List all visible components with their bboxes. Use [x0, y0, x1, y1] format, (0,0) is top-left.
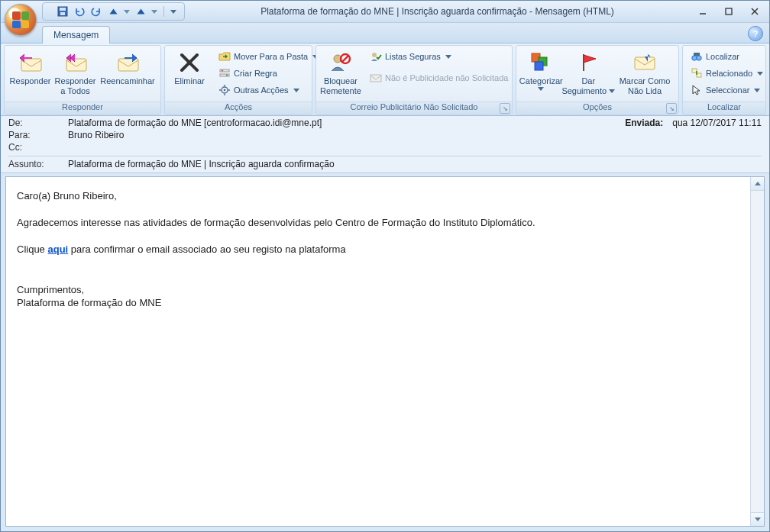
- flag-icon: [576, 50, 600, 75]
- reply-all-icon: [63, 50, 88, 75]
- chevron-down-icon: [755, 517, 761, 521]
- svg-rect-37: [692, 69, 697, 73]
- move-to-folder-button[interactable]: Mover Para a Pasta: [215, 49, 322, 64]
- rule-label: Criar Regra: [234, 69, 277, 78]
- svg-rect-31: [535, 62, 543, 70]
- group-responder: Responder Responder a Todos Reencaminhar…: [4, 45, 161, 115]
- svg-rect-28: [370, 75, 381, 82]
- undo-icon[interactable]: [73, 5, 86, 18]
- save-icon[interactable]: [57, 5, 69, 18]
- group-junk-title: Correio Publicitário Não Solicitado↘: [316, 102, 512, 114]
- safe-lists-icon: [370, 50, 382, 63]
- categorize-label: Categorizar: [519, 76, 563, 86]
- block-label-2: Remetente: [320, 86, 361, 96]
- other-actions-button[interactable]: Outras Acções: [215, 82, 322, 98]
- prev-item-icon[interactable]: [107, 5, 119, 18]
- svg-line-26: [342, 56, 348, 62]
- select-cursor-icon: [691, 84, 703, 96]
- related-button[interactable]: Relacionado: [688, 66, 764, 81]
- svg-rect-33: [635, 57, 655, 69]
- office-logo-icon: [12, 11, 29, 28]
- qat-customize-icon[interactable]: [170, 10, 176, 14]
- related-label: Relacionado: [706, 69, 752, 78]
- prev-item-dropdown-icon[interactable]: [124, 10, 130, 14]
- redo-icon[interactable]: [90, 5, 102, 18]
- scroll-down-button[interactable]: [751, 512, 764, 526]
- group-junk: Bloquear Remetente Listas Seguras Não é …: [315, 45, 513, 115]
- svg-rect-36: [694, 53, 700, 56]
- sent-label: Enviada:: [625, 118, 668, 128]
- chevron-down-icon: [293, 89, 299, 92]
- svg-point-16: [222, 70, 223, 72]
- dialog-launcher-icon[interactable]: ↘: [500, 103, 510, 114]
- chevron-down-icon: [754, 89, 760, 92]
- svg-rect-14: [220, 69, 229, 72]
- vertical-scrollbar[interactable]: [750, 177, 764, 526]
- create-rule-button[interactable]: Criar Regra: [215, 66, 322, 81]
- mark-unread-icon: [632, 50, 657, 75]
- find-button[interactable]: Localizar: [688, 49, 764, 64]
- not-junk-label: Não é Publicidade não Solicitada: [385, 73, 508, 82]
- chevron-down-icon: [757, 72, 763, 76]
- mark-unread-button[interactable]: Marcar Como Não Lida: [614, 47, 675, 100]
- safe-lists-button[interactable]: Listas Seguras: [367, 49, 511, 64]
- svg-rect-4: [726, 8, 732, 15]
- confirm-link[interactable]: aqui: [47, 243, 68, 255]
- delete-button[interactable]: Eliminar: [168, 47, 211, 100]
- reply-button[interactable]: Responder: [8, 47, 53, 100]
- forward-button[interactable]: Reencaminhar: [98, 47, 157, 100]
- related-icon: [691, 67, 703, 79]
- gear-icon: [218, 84, 231, 96]
- body-p2a: Clique: [17, 243, 47, 255]
- body-p1: Agradecemos interesse nas atividades de …: [17, 216, 739, 230]
- select-button[interactable]: Seleccionar: [688, 82, 764, 98]
- reply-all-label-2: a Todos: [60, 86, 89, 96]
- move-label: Mover Para a Pasta: [234, 52, 308, 61]
- group-opcoes: Categorizar Dar Seguimento Marcar Como N…: [516, 45, 679, 115]
- svg-rect-10: [118, 59, 138, 71]
- block-sender-button[interactable]: Bloquear Remetente: [319, 47, 362, 100]
- message-body[interactable]: Caro(a) Bruno Ribeiro, Agradecemos inter…: [6, 177, 750, 526]
- reply-all-label-1: Responder: [55, 76, 96, 86]
- dialog-launcher-icon[interactable]: ↘: [666, 103, 677, 114]
- next-item-dropdown-icon[interactable]: [151, 10, 157, 14]
- reply-label: Responder: [10, 76, 51, 86]
- follow-up-button[interactable]: Dar Seguimento: [563, 47, 614, 100]
- group-accoes-title: Acções: [165, 102, 312, 114]
- from-value: Plataforma de formação do MNE [centrofor…: [68, 118, 620, 128]
- chevron-down-icon: [538, 87, 544, 91]
- to-label: Para:: [8, 130, 63, 140]
- body-p2b: para confirmar o email associado ao seu …: [68, 243, 345, 255]
- ribbon-tab-row: Mensagem ?: [1, 23, 769, 44]
- group-responder-title: Responder: [5, 102, 160, 114]
- group-localizar-title: Localizar: [683, 102, 765, 114]
- unread-label-2: Não Lida: [628, 86, 662, 96]
- title-bar: Plataforma de formação do MNE | Inscriçã…: [1, 1, 769, 23]
- block-sender-icon: [328, 50, 353, 75]
- categorize-button[interactable]: Categorizar: [519, 47, 563, 100]
- binoculars-icon: [691, 50, 703, 63]
- chevron-down-icon: [445, 55, 451, 59]
- forward-label: Reencaminhar: [100, 76, 155, 86]
- message-body-container: Caro(a) Bruno Ribeiro, Agradecemos inter…: [5, 176, 765, 527]
- next-item-icon[interactable]: [134, 5, 147, 18]
- group-accoes: Eliminar Mover Para a Pasta Criar Regra: [164, 45, 312, 115]
- not-junk-button: Não é Publicidade não Solicitada: [367, 70, 511, 85]
- ribbon: Responder Responder a Todos Reencaminhar…: [1, 44, 769, 116]
- reply-all-button[interactable]: Responder a Todos: [53, 47, 98, 100]
- svg-point-35: [697, 56, 701, 60]
- svg-point-34: [692, 56, 697, 60]
- minimize-button[interactable]: [690, 3, 716, 20]
- tab-mensagem[interactable]: Mensagem: [42, 26, 110, 44]
- follow-label-2: Seguimento: [561, 86, 607, 96]
- scroll-up-button[interactable]: [751, 177, 764, 191]
- office-button[interactable]: [5, 4, 37, 36]
- rule-icon: [218, 67, 231, 79]
- maximize-button[interactable]: [716, 3, 742, 20]
- body-greeting: Caro(a) Bruno Ribeiro,: [17, 189, 739, 203]
- body-closing2: Plataforma de formação do MNE: [17, 296, 739, 310]
- quick-access-toolbar: [42, 2, 185, 21]
- svg-rect-1: [60, 8, 66, 11]
- help-button[interactable]: ?: [748, 26, 763, 41]
- close-button[interactable]: [742, 3, 768, 20]
